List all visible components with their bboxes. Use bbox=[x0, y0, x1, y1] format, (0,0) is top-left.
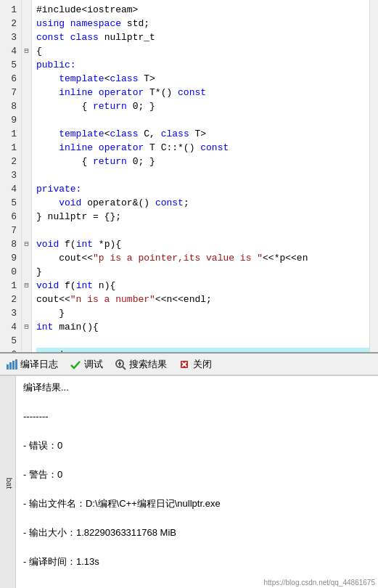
line-number: 0 bbox=[3, 265, 17, 279]
code-line[interactable] bbox=[36, 168, 369, 182]
code-line[interactable]: int main(){ bbox=[36, 320, 369, 334]
line-number: 3 bbox=[3, 30, 17, 44]
toolbar-label-search-results: 搜索结果 bbox=[129, 358, 167, 371]
fold-marker bbox=[23, 168, 30, 182]
line-number: 8 bbox=[3, 237, 17, 251]
svg-rect-0 bbox=[7, 364, 9, 369]
code-line[interactable] bbox=[36, 334, 369, 348]
code-line[interactable]: { return 0; } bbox=[36, 99, 369, 113]
code-line[interactable]: inline operator T C::*() const bbox=[36, 141, 369, 155]
code-line[interactable]: } nullptr = {}; bbox=[36, 210, 369, 224]
code-line[interactable]: #include<iostream> bbox=[36, 3, 369, 17]
output-line: - 输出大小：1.82290363311768 MiB bbox=[23, 526, 371, 540]
line-number: 2 bbox=[3, 17, 17, 30]
line-numbers: 12345678911234567890123456789 bbox=[0, 0, 22, 352]
toolbar-item-close[interactable]: 关闭 bbox=[178, 358, 212, 371]
svg-rect-1 bbox=[9, 362, 12, 369]
svg-line-5 bbox=[123, 367, 126, 369]
output-left-label: bat bbox=[4, 475, 15, 491]
check-icon bbox=[70, 359, 81, 370]
fold-marker[interactable]: ⊟ bbox=[23, 237, 30, 251]
code-line[interactable]: inline operator T*() const bbox=[36, 86, 369, 99]
code-line[interactable]: private: bbox=[36, 182, 369, 196]
search-icon bbox=[115, 359, 126, 370]
search-icon bbox=[115, 359, 126, 370]
close-red-icon bbox=[178, 359, 190, 370]
fold-marker bbox=[23, 99, 30, 113]
fold-marker bbox=[23, 30, 30, 44]
fold-marker bbox=[23, 86, 30, 99]
output-panel: bat 编译结果... -------- - 错误：0 - 警告：0 - 输出文… bbox=[0, 375, 378, 588]
code-line[interactable]: cout<<"n is a number"<<n<<endl; bbox=[36, 293, 369, 306]
close-icon bbox=[178, 359, 190, 370]
code-line[interactable]: void f(int n){ bbox=[36, 279, 369, 293]
fold-marker[interactable]: ⊟ bbox=[23, 320, 30, 334]
fold-marker bbox=[23, 293, 30, 306]
line-number: 4 bbox=[3, 44, 17, 58]
line-number: 2 bbox=[3, 293, 17, 306]
code-line[interactable]: void operator&() const; bbox=[36, 196, 369, 210]
output-line: - 警告：0 bbox=[23, 467, 371, 482]
code-line[interactable]: } bbox=[36, 265, 369, 279]
fold-gutter: ⊟⊟⊟⊟ bbox=[22, 0, 32, 352]
bar-chart-icon bbox=[6, 359, 17, 370]
toolbar-item-search-results[interactable]: 搜索结果 bbox=[115, 358, 167, 371]
fold-marker bbox=[23, 127, 30, 141]
code-line[interactable]: using namespace std; bbox=[36, 17, 369, 30]
code-lines[interactable]: #include<iostream>using namespace std;co… bbox=[32, 0, 369, 352]
output-line: - 编译时间：1.13s bbox=[23, 555, 371, 569]
fold-marker bbox=[23, 72, 30, 86]
toolbar-label-compile-log: 编译日志 bbox=[20, 358, 58, 371]
line-number: 6 bbox=[3, 210, 17, 224]
code-line[interactable] bbox=[36, 224, 369, 237]
output-content: bat 编译结果... -------- - 错误：0 - 警告：0 - 输出文… bbox=[0, 376, 378, 588]
code-line[interactable]: template<class C, class T> bbox=[36, 127, 369, 141]
svg-rect-3 bbox=[15, 359, 17, 369]
line-number: 8 bbox=[3, 99, 17, 113]
fold-marker bbox=[23, 196, 30, 210]
line-number: 3 bbox=[3, 306, 17, 320]
toolbar-item-compile-log[interactable]: 编译日志 bbox=[6, 358, 58, 371]
toolbar-label-debug: 调试 bbox=[84, 358, 103, 371]
bar-chart-icon bbox=[6, 359, 17, 370]
fold-marker bbox=[23, 17, 30, 30]
code-line[interactable]: public: bbox=[36, 58, 369, 72]
fold-marker[interactable]: ⊟ bbox=[23, 279, 30, 293]
scrollbar[interactable] bbox=[369, 0, 378, 352]
line-number: 1 bbox=[3, 279, 17, 293]
code-line[interactable] bbox=[36, 113, 369, 127]
output-line: -------- bbox=[23, 409, 371, 424]
line-number: 6 bbox=[3, 348, 17, 352]
fold-marker bbox=[23, 113, 30, 127]
toolbar-item-debug[interactable]: 调试 bbox=[70, 358, 103, 371]
line-number: 4 bbox=[3, 182, 17, 196]
output-line: - 输出文件名：D:\编程\C++编程日记\nullptr.exe bbox=[23, 497, 371, 511]
bottom-toolbar: 编译日志 调试 搜索结果 关闭 bbox=[0, 352, 378, 375]
fold-marker bbox=[23, 251, 30, 265]
fold-marker bbox=[23, 182, 30, 196]
fold-marker bbox=[23, 334, 30, 348]
code-line[interactable]: } bbox=[36, 306, 369, 320]
line-number: 9 bbox=[3, 113, 17, 127]
code-line[interactable]: void f(int *p){ bbox=[36, 237, 369, 251]
code-editor: 12345678911234567890123456789 ⊟⊟⊟⊟ #incl… bbox=[0, 0, 378, 352]
output-line: - 错误：0 bbox=[23, 438, 371, 453]
line-number: 5 bbox=[3, 196, 17, 210]
code-line[interactable]: template<class T> bbox=[36, 72, 369, 86]
code-line[interactable]: const class nullptr_t bbox=[36, 30, 369, 44]
fold-marker bbox=[23, 224, 30, 237]
fold-marker[interactable]: ⊟ bbox=[23, 44, 30, 58]
code-line[interactable]: { return 0; } bbox=[36, 155, 369, 168]
code-line[interactable]: | bbox=[36, 348, 369, 352]
fold-marker bbox=[23, 265, 30, 279]
code-line[interactable]: cout<<"p is a pointer,its value is "<<*p… bbox=[36, 251, 369, 265]
line-number: 6 bbox=[3, 72, 17, 86]
code-line[interactable]: { bbox=[36, 44, 369, 58]
check-icon bbox=[70, 359, 81, 370]
fold-marker bbox=[23, 348, 30, 352]
line-number: 3 bbox=[3, 168, 17, 182]
line-number: 7 bbox=[3, 86, 17, 99]
line-number: 2 bbox=[3, 155, 17, 168]
output-text: 编译结果... -------- - 错误：0 - 警告：0 - 输出文件名：D… bbox=[16, 376, 378, 588]
line-number: 5 bbox=[3, 334, 17, 348]
